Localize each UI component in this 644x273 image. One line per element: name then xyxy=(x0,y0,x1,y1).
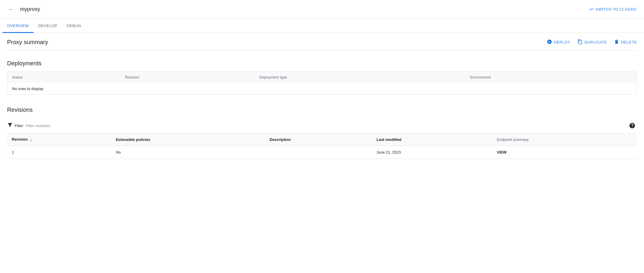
main-content: Proxy summary DEPLOY DUPLICATE DELETE xyxy=(0,33,644,159)
help-button[interactable] xyxy=(628,121,637,130)
duplicate-icon xyxy=(577,39,583,46)
switch-classic-label: SWITCH TO CLASSIC xyxy=(596,7,637,11)
filter-placeholder: Filter revisions xyxy=(26,124,50,128)
deployments-header-row: Status Revision Deployment type Environm… xyxy=(7,72,637,83)
extensible-policies-value: No xyxy=(111,146,265,159)
col-deployment-type: Deployment type xyxy=(255,72,465,83)
switch-classic-icon: ↩ xyxy=(590,6,594,12)
tabs-bar: OVERVIEW DEVELOP DEBUG xyxy=(0,19,644,33)
filter-left: Filter Filter revisions xyxy=(7,122,50,129)
revision-row-1: 1 No June 21, 2023 VIEW xyxy=(7,146,637,159)
switch-to-classic-button[interactable]: ↩ SWITCH TO CLASSIC xyxy=(590,6,637,12)
proxy-summary-title: Proxy summary xyxy=(7,39,48,46)
header-left: ← myproxy xyxy=(7,5,40,14)
col-environment: Environment xyxy=(465,72,637,83)
col-description-header: Description xyxy=(265,134,372,146)
revisions-header-row: Revision ↓ Extensible policies Descripti… xyxy=(7,134,637,146)
deployments-no-rows-row: No rows to display xyxy=(7,83,637,94)
top-header: ← myproxy ↩ SWITCH TO CLASSIC xyxy=(0,0,644,19)
col-status: Status xyxy=(7,72,120,83)
deploy-icon xyxy=(547,39,552,46)
col-last-modified-header: Last modified xyxy=(372,134,492,146)
tab-overview[interactable]: OVERVIEW xyxy=(2,19,34,33)
delete-button[interactable]: DELETE xyxy=(614,39,637,46)
filter-button[interactable]: Filter xyxy=(7,122,23,129)
delete-icon xyxy=(614,39,619,46)
back-icon: ← xyxy=(8,6,14,13)
revisions-section: Revisions Filter Filter revisions xyxy=(7,106,637,159)
action-buttons: DEPLOY DUPLICATE DELETE xyxy=(547,39,637,46)
revisions-filter-bar: Filter Filter revisions xyxy=(7,118,637,134)
delete-label: DELETE xyxy=(621,40,637,44)
page-title: myproxy xyxy=(20,6,40,12)
revision-number: 1 xyxy=(7,146,111,159)
proxy-summary-row: Proxy summary DEPLOY DUPLICATE DELETE xyxy=(7,33,637,51)
last-modified-value: June 21, 2023 xyxy=(372,146,492,159)
filter-icon xyxy=(7,122,13,129)
col-endpoint-summary-header: Endpoint summary xyxy=(492,134,637,146)
filter-label: Filter xyxy=(15,124,23,128)
view-link[interactable]: VIEW xyxy=(492,146,637,159)
col-revision-header: Revision ↓ xyxy=(7,134,111,146)
revisions-title: Revisions xyxy=(7,106,637,113)
col-revision: Revision xyxy=(120,72,255,83)
duplicate-label: DUPLICATE xyxy=(584,40,607,44)
deployments-table: Status Revision Deployment type Environm… xyxy=(7,72,637,94)
tab-debug[interactable]: DEBUG xyxy=(62,19,86,33)
sort-icon: ↓ xyxy=(30,137,32,142)
duplicate-button[interactable]: DUPLICATE xyxy=(577,39,607,46)
deployments-title: Deployments xyxy=(7,60,637,67)
no-rows-message: No rows to display xyxy=(7,83,637,94)
deployments-table-container: Status Revision Deployment type Environm… xyxy=(7,71,637,95)
deploy-label: DEPLOY xyxy=(554,40,570,44)
deployments-section: Deployments Status Revision Deployment t… xyxy=(7,60,637,95)
description-value xyxy=(265,146,372,159)
back-button[interactable]: ← xyxy=(7,5,15,14)
deploy-button[interactable]: DEPLOY xyxy=(547,39,570,46)
revisions-table: Revision ↓ Extensible policies Descripti… xyxy=(7,134,637,159)
tab-develop[interactable]: DEVELOP xyxy=(34,19,62,33)
col-extensible-policies-header: Extensible policies xyxy=(111,134,265,146)
